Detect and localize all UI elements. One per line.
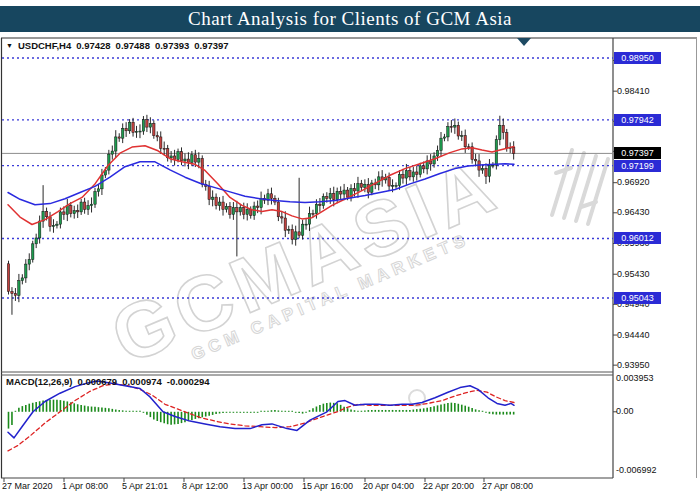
level-price-badge: 0.97199 bbox=[614, 160, 661, 172]
quote-open: 0.97428 bbox=[76, 40, 110, 51]
macd-axis-zero-label: 0.00 bbox=[616, 406, 634, 416]
macd-hist-value: -0.000294 bbox=[167, 376, 210, 387]
time-axis-label: 5 Apr 21:01 bbox=[122, 481, 168, 491]
symbol-label: USDCHF,H4 bbox=[18, 40, 71, 51]
level-price-badge: 0.97942 bbox=[614, 114, 661, 126]
time-axis-label: 27 Apr 08:00 bbox=[482, 481, 533, 491]
level-price-badge: 0.96012 bbox=[614, 232, 661, 244]
quote-low: 0.97393 bbox=[155, 40, 189, 51]
price-axis-tick-label: 0.95430 bbox=[617, 269, 650, 279]
time-axis-label: 27 Mar 2020 bbox=[2, 481, 53, 491]
chart-canvas[interactable] bbox=[0, 37, 700, 500]
price-axis-tick-label: 0.94440 bbox=[617, 330, 650, 340]
title-bar: Chart Analysis for Clients of GCM Asia bbox=[0, 6, 700, 32]
time-axis-label: 13 Apr 00:00 bbox=[242, 481, 293, 491]
quote-close: 0.97397 bbox=[194, 40, 228, 51]
current-price-badge: 0.97397 bbox=[614, 147, 661, 159]
screenshot-root: Chart Analysis for Clients of GCM Asia G… bbox=[0, 0, 700, 500]
macd-main-value: 0.000679 bbox=[78, 376, 118, 387]
price-axis-tick-label: 0.93950 bbox=[617, 360, 650, 370]
time-axis-label: 15 Apr 16:00 bbox=[302, 481, 353, 491]
level-price-badge: 0.95043 bbox=[614, 292, 661, 304]
macd-signal-value: 0.000974 bbox=[122, 376, 162, 387]
price-axis-tick-label: 0.98410 bbox=[617, 86, 650, 96]
quote-high: 0.97488 bbox=[116, 40, 150, 51]
price-axis-tick-label: 0.96920 bbox=[617, 177, 650, 187]
last-bar-marker-icon bbox=[517, 38, 531, 46]
level-price-badge: 0.98950 bbox=[614, 52, 661, 64]
price-axis-tick-label: 0.96430 bbox=[617, 207, 650, 217]
macd-indicator-label: MACD(12,26,9) 0.000679 0.000974 -0.00029… bbox=[6, 376, 210, 387]
symbol-dropdown-arrow[interactable]: ▼ bbox=[6, 42, 13, 49]
time-axis-label: 1 Apr 08:00 bbox=[62, 481, 108, 491]
time-axis-label: 20 Apr 04:00 bbox=[363, 481, 414, 491]
macd-axis-min-label: -0.006992 bbox=[616, 465, 657, 475]
title-text: Chart Analysis for Clients of GCM Asia bbox=[188, 8, 512, 30]
time-axis-label: 8 Apr 12:00 bbox=[182, 481, 228, 491]
symbol-quote-line: ▼ USDCHF,H4 0.97428 0.97488 0.97393 0.97… bbox=[6, 40, 229, 51]
time-axis-label: 22 Apr 20:00 bbox=[423, 481, 474, 491]
macd-name: MACD(12,26,9) bbox=[6, 376, 73, 387]
macd-axis-max-label: 0.003953 bbox=[616, 373, 654, 383]
chart-window: GCMASIA GCM CAPITAL MARKETS ▼ USDCHF,H4 … bbox=[0, 37, 700, 500]
